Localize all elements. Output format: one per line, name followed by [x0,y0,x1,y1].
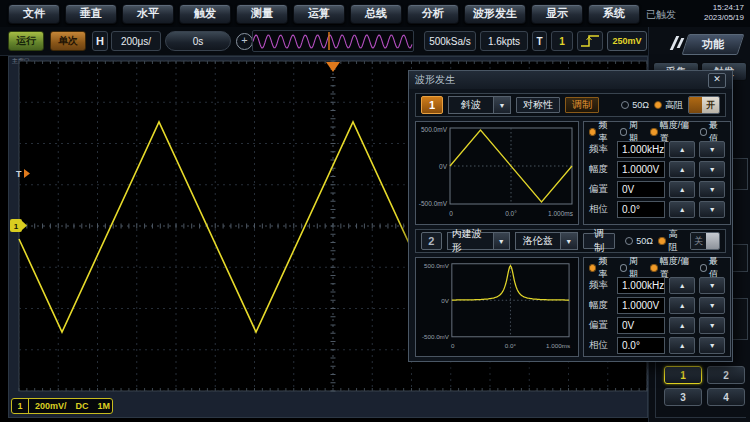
channel-1-badge[interactable]: 1 [421,96,443,114]
menu-item-measure[interactable]: 测量 [236,4,288,24]
impedance-high-radio-ch1[interactable]: 高阻 [654,99,683,112]
frequency-input-ch1[interactable]: 1.000kHz [617,141,665,158]
wave-type-select-ch1[interactable]: 斜波 ▼ [448,96,511,114]
clock: 15:24:17 2023/05/19 [704,3,744,23]
decrement-button[interactable]: ▼ [699,277,725,294]
svg-text:0: 0 [451,342,455,349]
trigger-badge: T [532,31,547,51]
increment-button[interactable]: ▲ [669,201,695,218]
menu-item-file[interactable]: 文件 [8,4,60,24]
horizontal-offset-button[interactable]: 0s [165,31,231,51]
decrement-button[interactable]: ▼ [699,317,725,334]
function-button[interactable]: 功能 [682,34,745,55]
close-icon[interactable]: ✕ [708,73,726,88]
menu-bar: 文件 垂直 水平 触发 测量 运算 总线 分析 波形发生 显示 系统 已触发 1… [0,0,750,27]
decrement-button[interactable]: ▼ [699,141,725,158]
wave-group-select-ch2[interactable]: 内建波形 ▼ [447,232,510,250]
modulation-button-ch2[interactable]: 调制 [583,233,616,249]
radio-dot [621,101,629,109]
field-row: 相位 0.0° ▲ ▼ [589,201,725,218]
field-row: 相位 0.0° ▲ ▼ [589,337,725,354]
svg-text:0: 0 [449,210,453,217]
field-label: 幅度 [589,299,613,312]
waveform-overview[interactable] [252,30,414,52]
menu-item-vertical[interactable]: 垂直 [65,4,117,24]
increment-button[interactable]: ▲ [669,161,695,178]
mode-radios-ch2: 频率 周期 幅度/偏置 最值 [589,261,725,274]
decrement-button[interactable]: ▼ [699,297,725,314]
amplitude-input-ch1[interactable]: 1.0000V [617,161,665,178]
oscilloscope-screen: 文件 垂直 水平 触发 测量 运算 总线 分析 波形发生 显示 系统 已触发 1… [0,0,750,422]
phase-input-ch2[interactable]: 0.0° [617,337,665,354]
menu-item-wavegen[interactable]: 波形发生 [464,4,526,24]
field-label: 幅度 [589,163,613,176]
dropdown-arrow-icon[interactable]: ▼ [494,96,511,114]
frequency-input-ch2[interactable]: 1.000kHz [617,277,665,294]
output-toggle-ch2[interactable]: 关 [690,232,720,250]
field-row: 幅度 1.0000V ▲ ▼ [589,161,725,178]
softkey-2[interactable]: 2 [707,366,745,384]
dialog-title-bar[interactable]: 波形发生 ✕ [409,71,732,89]
trigger-edge-button[interactable] [577,31,603,51]
channel-1-status-badge[interactable]: 1 200mV/ DC 1M [11,398,113,414]
run-button[interactable]: 运行 [8,31,44,51]
menu-item-horizontal[interactable]: 水平 [122,4,174,24]
offset-input-ch2[interactable]: 0V [617,317,665,334]
increment-button[interactable]: ▲ [669,141,695,158]
dropdown-arrow-icon[interactable]: ▼ [561,232,578,250]
wavegen-ch1-controls: 1 斜波 ▼ 对称性 调制 50Ω 高阻 开 [415,93,726,117]
impedance-high-radio-ch2[interactable]: 高阻 [658,228,685,254]
increment-button[interactable]: ▲ [669,317,695,334]
wave-type-select-ch2[interactable]: 洛伦兹 ▼ [515,232,578,250]
decrement-button[interactable]: ▼ [699,161,725,178]
timebase-value[interactable]: 200μs/ [111,31,161,51]
offset-input-ch1[interactable]: 0V [617,181,665,198]
radio-label: 高阻 [665,99,683,112]
menu-item-trigger[interactable]: 触发 [179,4,231,24]
horizontal-badge: H [92,31,108,51]
svg-text:1: 1 [14,222,19,231]
increment-button[interactable]: ▲ [669,337,695,354]
symmetry-button[interactable]: 对称性 [516,97,560,113]
menu-item-math[interactable]: 运算 [293,4,345,24]
menu-item-system[interactable]: 系统 [588,4,640,24]
decrement-button[interactable]: ▼ [699,337,725,354]
field-label: 频率 [589,279,613,292]
trigger-level-button[interactable]: 250mV [607,31,647,51]
amplitude-input-ch2[interactable]: 1.0000V [617,297,665,314]
channel-number: 1 [12,399,29,413]
field-label: 相位 [589,203,613,216]
increment-button[interactable]: ▲ [669,181,695,198]
menu-item-bus[interactable]: 总线 [350,4,402,24]
menu-item-display[interactable]: 显示 [531,4,583,24]
impedance-50-radio-ch1[interactable]: 50Ω [621,100,649,110]
decrement-button[interactable]: ▼ [699,201,725,218]
output-toggle-ch1[interactable]: 开 [688,96,720,114]
trigger-source-button[interactable]: 1 [551,31,573,51]
softkey-1[interactable]: 1 [664,366,702,384]
softkey-4[interactable]: 4 [707,388,745,406]
svg-text:1.000ms: 1.000ms [548,210,574,217]
phase-input-ch1[interactable]: 0.0° [617,201,665,218]
softkey-3[interactable]: 3 [664,388,702,406]
wavegen-ch2-controls: 2 内建波形 ▼ 洛伦兹 ▼ 调制 50Ω 高阻 关 [415,229,726,253]
impedance-50-radio-ch2[interactable]: 50Ω [625,236,653,246]
waveform-preview-ch2: 500.0mV 0V -500.0mV 0 0.0° 1.000ms [415,257,579,357]
increment-button[interactable]: ▲ [669,297,695,314]
time-label: 15:24:17 [704,3,744,13]
dropdown-arrow-icon[interactable]: ▼ [494,232,510,250]
svg-text:0V: 0V [441,297,449,304]
radio-dot [625,237,633,245]
wavegen-ch2-fields: 频率 周期 幅度/偏置 最值 频率 1.000kHz ▲ ▼ 幅度 1.0000… [583,257,731,357]
overview-wave [253,31,413,51]
zoom-toggle-icon[interactable]: + [236,33,253,50]
decrement-button[interactable]: ▼ [699,181,725,198]
increment-button[interactable]: ▲ [669,277,695,294]
field-label: 偏置 [589,319,613,332]
modulation-button-ch1[interactable]: 调制 [565,97,599,113]
menu-item-analysis[interactable]: 分析 [407,4,459,24]
field-row: 幅度 1.0000V ▲ ▼ [589,297,725,314]
field-row: 偏置 0V ▲ ▼ [589,181,725,198]
single-button[interactable]: 单次 [50,31,86,51]
channel-2-badge[interactable]: 2 [421,232,442,250]
